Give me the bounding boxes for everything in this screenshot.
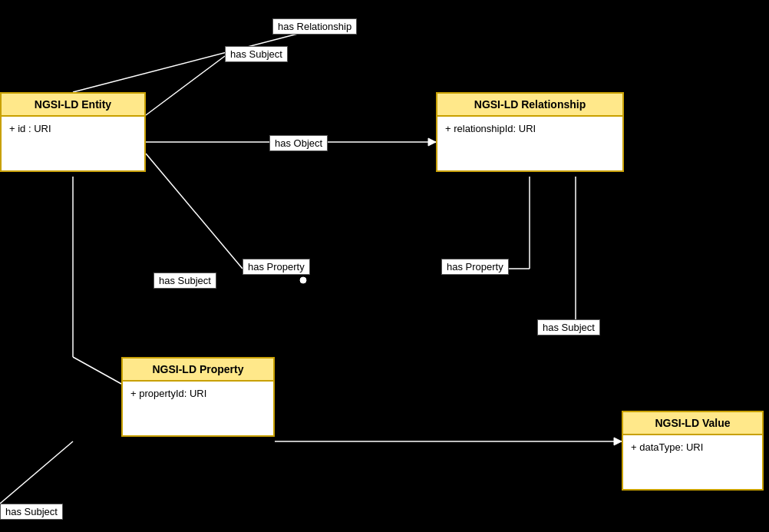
entity-attr-id: + id : URI bbox=[9, 123, 137, 134]
svg-marker-12 bbox=[614, 438, 622, 445]
value-attr: + dataType: URI bbox=[631, 441, 754, 453]
entity-header: NGSI-LD Entity bbox=[2, 94, 144, 117]
label-has-subject-1: has Subject bbox=[225, 46, 288, 62]
svg-line-2 bbox=[146, 56, 225, 115]
relationship-body: + relationshipId: URI bbox=[437, 117, 622, 170]
svg-line-6 bbox=[73, 357, 121, 384]
svg-marker-4 bbox=[428, 138, 436, 146]
property-attr: + propertyId: URI bbox=[130, 388, 266, 399]
property-header: NGSI-LD Property bbox=[123, 359, 273, 382]
label-has-subject-2: has Subject bbox=[153, 273, 216, 289]
svg-line-13 bbox=[0, 441, 73, 504]
value-header: NGSI-LD Value bbox=[623, 412, 762, 435]
relationship-attr: + relationshipId: URI bbox=[445, 123, 615, 134]
entity-body: + id : URI bbox=[2, 117, 144, 170]
relationship-box: NGSI-LD Relationship + relationshipId: U… bbox=[436, 92, 624, 172]
property-body: + propertyId: URI bbox=[123, 382, 273, 435]
label-has-property-1: has Property bbox=[243, 259, 310, 275]
label-has-subject-bottom: has Subject bbox=[0, 504, 63, 520]
value-box: NGSI-LD Value + dataType: URI bbox=[622, 411, 764, 491]
svg-line-7 bbox=[146, 154, 243, 269]
label-has-property-2: has Property bbox=[441, 259, 509, 275]
label-has-object: has Object bbox=[269, 135, 328, 151]
value-body: + dataType: URI bbox=[623, 435, 762, 489]
relationship-header: NGSI-LD Relationship bbox=[437, 94, 622, 117]
label-has-relationship: has Relationship bbox=[272, 18, 357, 35]
property-box: NGSI-LD Property + propertyId: URI bbox=[121, 357, 275, 437]
entity-box: NGSI-LD Entity + id : URI bbox=[0, 92, 146, 172]
label-has-subject-3: has Subject bbox=[537, 319, 600, 335]
diagram-container: NGSI-LD Entity + id : URI NGSI-LD Relati… bbox=[0, 0, 769, 532]
svg-point-14 bbox=[300, 277, 306, 283]
